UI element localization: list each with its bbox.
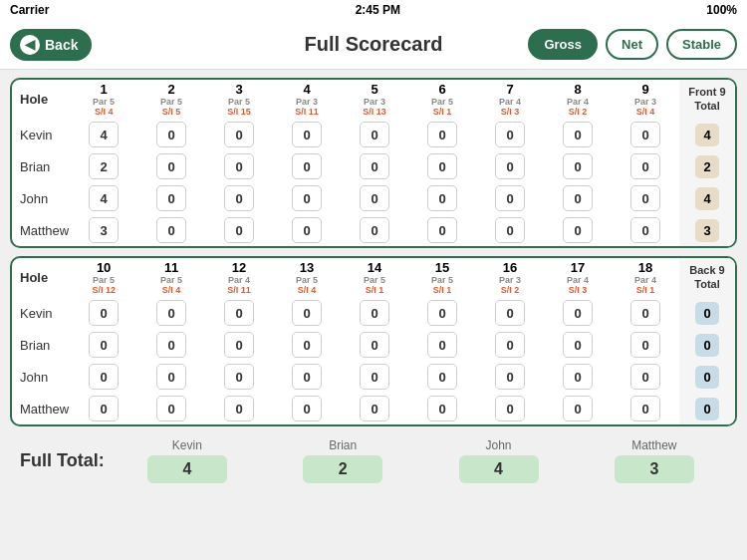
full-total-matthew: Matthew 3 <box>582 438 727 483</box>
back9-john-s16[interactable]: 0 <box>476 361 544 393</box>
back9-brian-s13[interactable]: 0 <box>273 329 341 361</box>
back9-kevin-s17[interactable]: 0 <box>544 297 612 329</box>
back9-john-s18[interactable]: 0 <box>612 361 679 393</box>
back9-john-name: John <box>12 361 70 393</box>
front9-john-s8[interactable]: 0 <box>544 182 612 214</box>
front9-matthew-s6[interactable]: 0 <box>408 214 476 246</box>
back9-john-s13[interactable]: 0 <box>273 361 341 393</box>
time: 2:45 PM <box>356 3 400 17</box>
front9-brian-s3[interactable]: 0 <box>205 150 273 182</box>
front9-kevin-s7[interactable]: 0 <box>476 119 544 150</box>
front9-brian-s5[interactable]: 0 <box>341 150 408 182</box>
back9-john-row: John 0 0 0 0 0 0 0 0 0 0 <box>12 361 735 393</box>
back9-john-s17[interactable]: 0 <box>544 361 612 393</box>
back9-matthew-s16[interactable]: 0 <box>476 393 544 424</box>
front9-brian-s6[interactable]: 0 <box>408 150 476 182</box>
front9-matthew-s8[interactable]: 0 <box>544 214 612 246</box>
front9-matthew-s2[interactable]: 0 <box>137 214 205 246</box>
back9-kevin-s12[interactable]: 0 <box>205 297 273 329</box>
back9-matthew-s10[interactable]: 0 <box>70 393 137 424</box>
front9-john-s2[interactable]: 0 <box>137 182 205 214</box>
back9-kevin-s18[interactable]: 0 <box>612 297 679 329</box>
front9-matthew-s4[interactable]: 0 <box>273 214 341 246</box>
back9-h17: 17 Par 4 S/I 3 <box>544 258 612 297</box>
front9-total-header: Front 9Total <box>679 80 735 119</box>
front9-kevin-s5[interactable]: 0 <box>341 119 408 150</box>
front9-brian-s4[interactable]: 0 <box>273 150 341 182</box>
full-total-label: Full Total: <box>20 450 105 471</box>
back9-john-s14[interactable]: 0 <box>341 361 408 393</box>
back9-matthew-s11[interactable]: 0 <box>137 393 205 424</box>
tab-net[interactable]: Net <box>606 29 658 60</box>
back9-matthew-s13[interactable]: 0 <box>273 393 341 424</box>
back9-matthew-s14[interactable]: 0 <box>341 393 408 424</box>
back9-brian-s12[interactable]: 0 <box>205 329 273 361</box>
back9-matthew-s18[interactable]: 0 <box>612 393 679 424</box>
front9-kevin-s6[interactable]: 0 <box>408 119 476 150</box>
front9-john-s1[interactable]: 4 <box>70 182 137 214</box>
back9-brian-s15[interactable]: 0 <box>408 329 476 361</box>
header: ◀ Back Full Scorecard Gross Net Stable <box>0 20 747 70</box>
full-total-brian-value: 2 <box>303 455 382 483</box>
front9-matthew-s7[interactable]: 0 <box>476 214 544 246</box>
full-total-john: John 4 <box>425 438 571 483</box>
front9-john-s9[interactable]: 0 <box>612 182 679 214</box>
front9-brian-s2[interactable]: 0 <box>137 150 205 182</box>
front9-matthew-row: Matthew 3 0 0 0 0 0 0 0 0 3 <box>12 214 735 246</box>
back9-kevin-s13[interactable]: 0 <box>273 297 341 329</box>
front9-h8: 8 Par 4 S/I 2 <box>544 80 612 119</box>
front9-kevin-name: Kevin <box>12 119 70 150</box>
back9-matthew-s12[interactable]: 0 <box>205 393 273 424</box>
back-button[interactable]: ◀ Back <box>10 29 92 61</box>
front9-kevin-s3[interactable]: 0 <box>205 119 273 150</box>
back9-header-row: Hole 10 Par 5 S/I 12 11 Par 5 S/I 4 12 <box>12 258 735 297</box>
back9-brian-s10[interactable]: 0 <box>70 329 137 361</box>
front9-brian-s7[interactable]: 0 <box>476 150 544 182</box>
front9-kevin-s8[interactable]: 0 <box>544 119 612 150</box>
back9-kevin-s15[interactable]: 0 <box>408 297 476 329</box>
back9-matthew-s17[interactable]: 0 <box>544 393 612 424</box>
front9-brian-row: Brian 2 0 0 0 0 0 0 0 0 2 <box>12 150 735 182</box>
back9-h14: 14 Par 5 S/I 1 <box>341 258 408 297</box>
back9-kevin-s16[interactable]: 0 <box>476 297 544 329</box>
front9-matthew-s5[interactable]: 0 <box>341 214 408 246</box>
back-label: Back <box>45 37 78 53</box>
front9-kevin-s2[interactable]: 0 <box>137 119 205 150</box>
back9-brian-s14[interactable]: 0 <box>341 329 408 361</box>
front9-brian-s9[interactable]: 0 <box>612 150 679 182</box>
front9-matthew-s9[interactable]: 0 <box>612 214 679 246</box>
front9-brian-s1[interactable]: 2 <box>70 150 137 182</box>
back9-john-s11[interactable]: 0 <box>137 361 205 393</box>
tab-stable[interactable]: Stable <box>666 29 737 60</box>
back9-john-s12[interactable]: 0 <box>205 361 273 393</box>
front9-john-s4[interactable]: 0 <box>273 182 341 214</box>
front9-john-s6[interactable]: 0 <box>408 182 476 214</box>
back9-kevin-name: Kevin <box>12 297 70 329</box>
carrier: Carrier <box>10 3 49 17</box>
front9-kevin-s1[interactable]: 4 <box>70 119 137 150</box>
back9-john-s10[interactable]: 0 <box>70 361 137 393</box>
front9-kevin-s4[interactable]: 0 <box>273 119 341 150</box>
back9-brian-s11[interactable]: 0 <box>137 329 205 361</box>
battery: 100% <box>706 3 737 17</box>
front9-brian-s8[interactable]: 0 <box>544 150 612 182</box>
back9-john-s15[interactable]: 0 <box>408 361 476 393</box>
back9-kevin-s11[interactable]: 0 <box>137 297 205 329</box>
back9-brian-row: Brian 0 0 0 0 0 0 0 0 0 0 <box>12 329 735 361</box>
back9-brian-s18[interactable]: 0 <box>612 329 679 361</box>
back9-brian-s17[interactable]: 0 <box>544 329 612 361</box>
back9-brian-s16[interactable]: 0 <box>476 329 544 361</box>
front9-kevin-s9[interactable]: 0 <box>612 119 679 150</box>
back9-kevin-s14[interactable]: 0 <box>341 297 408 329</box>
back9-brian-total: 0 <box>679 329 735 361</box>
back9-kevin-s10[interactable]: 0 <box>70 297 137 329</box>
front9-matthew-s1[interactable]: 3 <box>70 214 137 246</box>
front9-john-s3[interactable]: 0 <box>205 182 273 214</box>
back9-h11: 11 Par 5 S/I 4 <box>137 258 205 297</box>
front9-john-s7[interactable]: 0 <box>476 182 544 214</box>
back9-matthew-s15[interactable]: 0 <box>408 393 476 424</box>
front9-matthew-s3[interactable]: 0 <box>205 214 273 246</box>
back9-kevin-row: Kevin 0 0 0 0 0 0 0 0 0 0 <box>12 297 735 329</box>
front9-john-s5[interactable]: 0 <box>341 182 408 214</box>
tab-gross[interactable]: Gross <box>528 29 598 60</box>
